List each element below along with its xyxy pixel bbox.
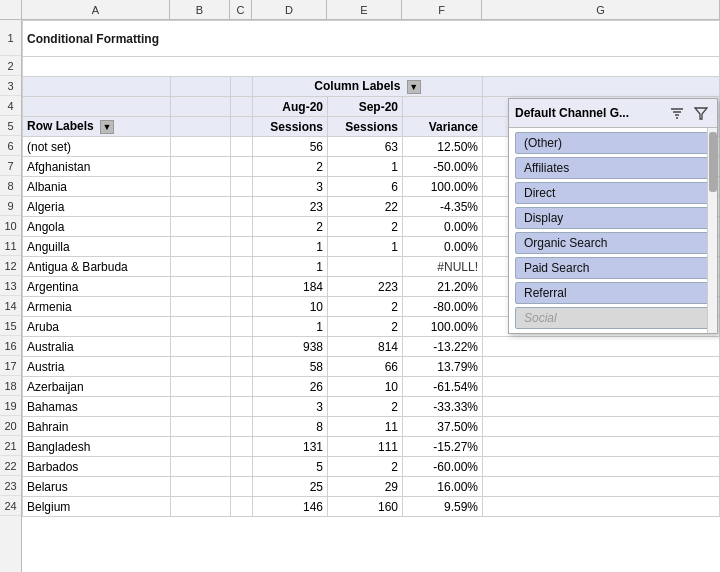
aug-val: 56 bbox=[253, 137, 328, 157]
corner-cell bbox=[0, 0, 22, 19]
row-num-2: 2 bbox=[0, 56, 21, 76]
sessions-aug-header: Sessions bbox=[253, 117, 328, 137]
row-num-24: 24 bbox=[0, 496, 21, 516]
filter-item-organic-search[interactable]: Organic Search bbox=[515, 232, 711, 254]
svg-marker-4 bbox=[695, 108, 707, 119]
sessions-sep-header: Sessions bbox=[328, 117, 403, 137]
title-row: Conditional Formatting bbox=[23, 21, 720, 57]
filter-scrollbar[interactable] bbox=[707, 128, 717, 333]
row-num-1: 1 bbox=[0, 20, 21, 56]
row-num-8: 8 bbox=[0, 176, 21, 196]
row-label: Bangladesh bbox=[23, 437, 171, 457]
table-row: Bahrain 8 11 37.50% bbox=[23, 417, 720, 437]
table-row: Barbados 5 2 -60.00% bbox=[23, 457, 720, 477]
row-label: Albania bbox=[23, 177, 171, 197]
aug-header: Aug-20 bbox=[253, 97, 328, 117]
row-num-16: 16 bbox=[0, 336, 21, 356]
col-header-c: C bbox=[230, 0, 252, 19]
filter-item-referral[interactable]: Referral bbox=[515, 282, 711, 304]
filter-funnel-icon[interactable] bbox=[691, 103, 711, 123]
filter-scroll-thumb[interactable] bbox=[709, 132, 717, 192]
row-num-9: 9 bbox=[0, 196, 21, 216]
row-labels-text: Row Labels bbox=[27, 119, 94, 133]
spreadsheet-title: Conditional Formatting bbox=[23, 21, 720, 57]
table-row: Belgium 146 160 9.59% bbox=[23, 497, 720, 517]
row-label: Afghanistan bbox=[23, 157, 171, 177]
row-num-4: 4 bbox=[0, 96, 21, 116]
row-label: Anguilla bbox=[23, 237, 171, 257]
row-label: Bahrain bbox=[23, 417, 171, 437]
row-num-10: 10 bbox=[0, 216, 21, 236]
table-row: Australia 938 814 -13.22% bbox=[23, 337, 720, 357]
col-header-a: A bbox=[22, 0, 170, 19]
row-label: Armenia bbox=[23, 297, 171, 317]
table-row: Azerbaijan 26 10 -61.54% bbox=[23, 377, 720, 397]
row-label: Algeria bbox=[23, 197, 171, 217]
col-labels-text: Column Labels bbox=[314, 79, 400, 93]
spreadsheet: A B C D E F G 1 2 3 4 5 6 7 8 9 10 11 12… bbox=[0, 0, 720, 572]
row-numbers: 1 2 3 4 5 6 7 8 9 10 11 12 13 14 15 16 1… bbox=[0, 20, 22, 572]
row-num-6: 6 bbox=[0, 136, 21, 156]
grid-area: Conditional Formatting Column Labels ▼ bbox=[22, 20, 720, 572]
row-num-21: 21 bbox=[0, 436, 21, 456]
col-labels-dropdown[interactable]: ▼ bbox=[407, 80, 421, 94]
row-num-7: 7 bbox=[0, 156, 21, 176]
col-header-e: E bbox=[327, 0, 402, 19]
rows-container: 1 2 3 4 5 6 7 8 9 10 11 12 13 14 15 16 1… bbox=[0, 20, 720, 572]
filter-item-other[interactable]: (Other) bbox=[515, 132, 711, 154]
funnel-icon bbox=[694, 106, 708, 120]
col-labels-row: Column Labels ▼ bbox=[23, 77, 720, 97]
filter-header-icons bbox=[667, 103, 711, 123]
row-label: Azerbaijan bbox=[23, 377, 171, 397]
row-num-18: 18 bbox=[0, 376, 21, 396]
row-num-15: 15 bbox=[0, 316, 21, 336]
row-label: Bahamas bbox=[23, 397, 171, 417]
var-val: 12.50% bbox=[403, 137, 483, 157]
row-label: (not set) bbox=[23, 137, 171, 157]
table-row: Austria 58 66 13.79% bbox=[23, 357, 720, 377]
table-row: Belarus 25 29 16.00% bbox=[23, 477, 720, 497]
sep-val: 63 bbox=[328, 137, 403, 157]
row-label: Australia bbox=[23, 337, 171, 357]
row-num-3: 3 bbox=[0, 76, 21, 96]
row-label: Argentina bbox=[23, 277, 171, 297]
row-labels-dropdown[interactable]: ▼ bbox=[100, 120, 114, 134]
sort-icon bbox=[670, 106, 684, 120]
row-label: Belgium bbox=[23, 497, 171, 517]
filter-item-paid-search[interactable]: Paid Search bbox=[515, 257, 711, 279]
col-header-g: G bbox=[482, 0, 720, 19]
filter-sort-icon[interactable] bbox=[667, 103, 687, 123]
row-label: Barbados bbox=[23, 457, 171, 477]
col-header-d: D bbox=[252, 0, 327, 19]
row-num-13: 13 bbox=[0, 276, 21, 296]
row-num-12: 12 bbox=[0, 256, 21, 276]
row-labels-header[interactable]: Row Labels ▼ bbox=[23, 117, 171, 137]
row-num-23: 23 bbox=[0, 476, 21, 496]
row-num-5: 5 bbox=[0, 116, 21, 136]
row-label: Belarus bbox=[23, 477, 171, 497]
row-label: Austria bbox=[23, 357, 171, 377]
row-num-14: 14 bbox=[0, 296, 21, 316]
row-num-19: 19 bbox=[0, 396, 21, 416]
row-num-22: 22 bbox=[0, 456, 21, 476]
row-label: Angola bbox=[23, 217, 171, 237]
col-header-b: B bbox=[170, 0, 230, 19]
col-labels-cell: Column Labels ▼ bbox=[253, 77, 483, 97]
empty-row-2 bbox=[23, 57, 720, 77]
sep-header: Sep-20 bbox=[328, 97, 403, 117]
filter-item-display[interactable]: Display bbox=[515, 207, 711, 229]
filter-list: (Other) Affiliates Direct Display Organi… bbox=[509, 128, 717, 333]
row-num-17: 17 bbox=[0, 356, 21, 376]
filter-item-social[interactable]: Social bbox=[515, 307, 711, 329]
filter-panel: Default Channel G... bbox=[508, 98, 718, 334]
row-num-11: 11 bbox=[0, 236, 21, 256]
filter-item-direct[interactable]: Direct bbox=[515, 182, 711, 204]
table-row: Bahamas 3 2 -33.33% bbox=[23, 397, 720, 417]
filter-item-affiliates[interactable]: Affiliates bbox=[515, 157, 711, 179]
col-header-f: F bbox=[402, 0, 482, 19]
row-label: Aruba bbox=[23, 317, 171, 337]
row-num-20: 20 bbox=[0, 416, 21, 436]
filter-header: Default Channel G... bbox=[509, 99, 717, 128]
column-headers: A B C D E F G bbox=[0, 0, 720, 20]
variance-header: Variance bbox=[403, 117, 483, 137]
